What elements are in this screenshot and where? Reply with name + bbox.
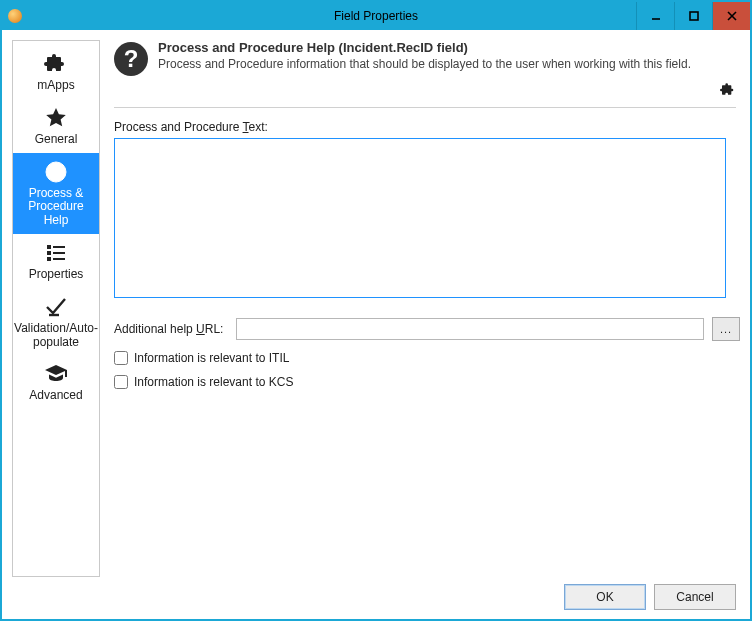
page-header: ? Process and Procedure Help (Incident.R… (114, 40, 740, 76)
nav-process-help[interactable]: ? Process & Procedure Help (13, 153, 99, 234)
itil-checkbox[interactable] (114, 351, 128, 365)
divider (114, 107, 736, 108)
nav-label: Properties (29, 268, 84, 282)
kcs-checkbox[interactable] (114, 375, 128, 389)
nav-label: Advanced (29, 389, 82, 403)
svg-rect-9 (53, 252, 65, 254)
nav-label: General (35, 133, 78, 147)
browse-url-button[interactable]: ... (712, 317, 740, 341)
nav-general[interactable]: General (13, 99, 99, 153)
svg-rect-11 (53, 258, 65, 260)
side-nav: mApps General ? Process & Procedure Help (12, 40, 100, 577)
svg-rect-10 (47, 257, 51, 261)
svg-rect-6 (47, 245, 51, 249)
ok-button[interactable]: OK (564, 584, 646, 610)
nav-advanced[interactable]: Advanced (13, 355, 99, 409)
nav-mapps[interactable]: mApps (13, 45, 99, 99)
kcs-label: Information is relevant to KCS (134, 375, 293, 389)
cancel-button[interactable]: Cancel (654, 584, 736, 610)
question-circle-icon: ? (43, 159, 69, 185)
client-area: mApps General ? Process & Procedure Help (4, 32, 748, 617)
itil-checkbox-row[interactable]: Information is relevant to ITIL (114, 351, 740, 365)
kcs-checkbox-row[interactable]: Information is relevant to KCS (114, 375, 740, 389)
check-pencil-icon (43, 294, 69, 320)
question-circle-icon: ? (114, 42, 148, 76)
itil-label: Information is relevant to ITIL (134, 351, 289, 365)
procedure-text-input[interactable] (114, 138, 726, 298)
page-subtitle: Process and Procedure information that s… (158, 57, 740, 71)
nav-label: mApps (37, 79, 74, 93)
puzzle-icon (43, 51, 69, 77)
page-title: Process and Procedure Help (Incident.Rec… (158, 40, 740, 55)
window: Field Properties mApps (0, 0, 752, 621)
main-panel: ? Process and Procedure Help (Incident.R… (100, 40, 740, 577)
dialog-footer: OK Cancel (4, 577, 748, 617)
nav-label: Validation/Auto-populate (14, 322, 98, 350)
mapps-extension-icon[interactable] (720, 82, 736, 101)
nav-label: Process & Procedure Help (15, 187, 97, 228)
url-label: Additional help URL: (114, 322, 236, 336)
window-title: Field Properties (2, 9, 750, 23)
list-icon (43, 240, 69, 266)
form: Process and Procedure Text: Additional h… (114, 120, 740, 389)
nav-validation[interactable]: Validation/Auto-populate (13, 288, 99, 356)
svg-text:?: ? (52, 164, 61, 180)
svg-rect-7 (53, 246, 65, 248)
nav-properties[interactable]: Properties (13, 234, 99, 288)
graduation-cap-icon (43, 361, 69, 387)
svg-rect-8 (47, 251, 51, 255)
help-url-input[interactable] (236, 318, 704, 340)
titlebar: Field Properties (2, 2, 750, 30)
star-icon (43, 105, 69, 131)
text-label: Process and Procedure Text: (114, 120, 740, 134)
